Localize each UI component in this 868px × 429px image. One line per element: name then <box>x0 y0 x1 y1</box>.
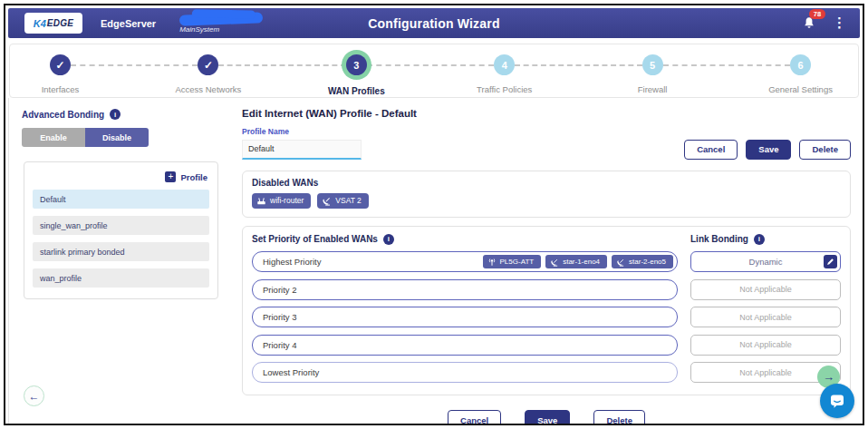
wan-chip[interactable]: star-2-eno5 <box>612 255 673 268</box>
step-general-settings[interactable]: 6 General Settings <box>790 54 811 75</box>
priority-row-label: Priority 2 <box>263 285 296 295</box>
step-interfaces[interactable]: ✓ Interfaces <box>50 54 71 75</box>
info-icon[interactable]: i <box>754 234 765 245</box>
advanced-bonding-label: Advanced Bonding <box>22 110 104 120</box>
edit-bonding-button[interactable] <box>824 255 837 268</box>
link-bonding-value: Dynamic <box>690 251 841 272</box>
disabled-wans-section: Disabled WANs wifi-router VSAT 2 <box>242 171 851 218</box>
step-label: Access Networks <box>175 84 241 94</box>
priority-row-label: Highest Priority <box>263 257 321 267</box>
step-label: Interfaces <box>42 84 80 94</box>
advanced-bonding-toggle: Enable Disable <box>22 128 149 147</box>
step-firewall[interactable]: 5 Firewall <box>642 54 663 75</box>
edit-profile-heading: Edit Internet (WAN) Profile - Default <box>242 108 851 119</box>
profile-item-starlink-primary[interactable]: starlink primary bonded <box>33 242 209 261</box>
disabled-wan-chip[interactable]: wifi-router <box>252 193 311 209</box>
priority-row-highest[interactable]: Highest Priority PL5G-ATT st <box>252 251 678 272</box>
info-icon[interactable]: i <box>383 234 394 245</box>
step-label: General Settings <box>768 84 833 94</box>
set-priority-label: Set Priority of Enabled WANs <box>252 234 378 244</box>
priority-row-label: Priority 3 <box>263 312 296 322</box>
delete-button[interactable]: Delete <box>799 140 851 160</box>
wizard-stepper: ✓ Interfaces ✓ Access Networks 3 WAN Pro… <box>9 44 859 98</box>
priority-row-label: Priority 4 <box>263 340 296 350</box>
disabled-wan-chip[interactable]: VSAT 2 <box>317 193 369 209</box>
save-button[interactable]: Save <box>746 140 791 160</box>
step-number: 3 <box>353 60 359 71</box>
chip-label: wifi-router <box>270 196 304 205</box>
chip-label: VSAT 2 <box>335 196 362 205</box>
save-button-bottom[interactable]: Save <box>525 410 570 425</box>
profile-item-single-wan[interactable]: single_wan_profile <box>33 216 209 235</box>
top-bar: K4 EDGE EdgeServer MainSystem Configurat… <box>8 8 860 38</box>
step-number: 6 <box>797 60 803 71</box>
stepper-connector <box>71 64 198 66</box>
disable-toggle-button[interactable]: Disable <box>85 128 149 147</box>
priority-row-lowest[interactable]: Lowest Priority <box>252 362 678 383</box>
disabled-wans-label: Disabled WANs <box>252 178 318 188</box>
step-traffic-policies[interactable]: 4 Traffic Policies <box>494 54 515 75</box>
chat-icon <box>828 392 846 410</box>
chip-label: star-1-eno4 <box>563 258 600 266</box>
step-label: Traffic Policies <box>477 84 532 94</box>
cellular-icon <box>487 258 497 267</box>
pencil-icon <box>826 258 834 266</box>
app-window: K4 EDGE EdgeServer MainSystem Configurat… <box>0 0 868 429</box>
satellite-icon <box>616 258 625 267</box>
step-wan-profiles[interactable]: 3 WAN Profiles <box>346 54 367 75</box>
profile-name-input[interactable] <box>242 140 362 160</box>
priority-row-label: Lowest Priority <box>263 367 319 377</box>
cancel-button-bottom[interactable]: Cancel <box>448 410 501 425</box>
chip-label: star-2-eno5 <box>629 258 666 266</box>
step-number: 4 <box>502 60 507 71</box>
profiles-sidebar: Advanced Bonding i Enable Disable + Prof… <box>8 98 233 425</box>
priority-row-3[interactable]: Priority 3 <box>252 307 678 327</box>
stepper-connector <box>663 64 790 66</box>
satellite-icon <box>322 196 332 206</box>
plus-icon: + <box>165 171 176 182</box>
back-arrow-icon: ← <box>29 390 40 403</box>
kebab-menu-icon[interactable]: ⋮ <box>833 14 846 32</box>
check-icon: ✓ <box>204 59 213 72</box>
link-bonding-label: Link Bonding <box>690 234 748 244</box>
link-bonding-value: Not Applicable <box>690 335 841 356</box>
step-number: 5 <box>650 60 655 71</box>
profile-list-card: + Profile Default single_wan_profile sta… <box>24 161 218 299</box>
link-bonding-value: Not Applicable <box>690 279 841 300</box>
bonding-mode-text: Dynamic <box>749 257 783 267</box>
chip-label: PL5G-ATT <box>500 258 535 266</box>
profile-item-wan-profile[interactable]: wan_profile <box>33 268 209 288</box>
router-icon <box>256 196 266 206</box>
profile-item-default[interactable]: Default <box>33 190 209 209</box>
link-bonding-value: Not Applicable <box>690 307 841 327</box>
step-access-networks[interactable]: ✓ Access Networks <box>198 54 218 75</box>
check-icon: ✓ <box>55 59 64 72</box>
notifications-button[interactable]: 78 <box>802 15 818 32</box>
step-label: WAN Profiles <box>328 86 385 96</box>
add-profile-button[interactable]: + Profile <box>33 171 207 182</box>
wan-profile-editor: Edit Internet (WAN) Profile - Default Pr… <box>233 98 860 425</box>
window-frame: K4 EDGE EdgeServer MainSystem Configurat… <box>4 4 864 425</box>
notification-badge: 78 <box>809 9 825 19</box>
priority-section: Set Priority of Enabled WANs i Link Bond… <box>242 226 851 396</box>
priority-row-2[interactable]: Priority 2 <box>252 279 678 300</box>
stepper-connector <box>218 64 345 66</box>
next-arrow-icon: → <box>823 370 834 384</box>
step-label: Firewall <box>638 84 668 94</box>
back-button[interactable]: ← <box>24 385 44 406</box>
profile-name-label: Profile Name <box>242 127 362 136</box>
wan-chip[interactable]: PL5G-ATT <box>483 255 542 268</box>
delete-button-bottom[interactable]: Delete <box>593 410 645 425</box>
priority-row-4[interactable]: Priority 4 <box>252 335 678 356</box>
page-title: Configuration Wizard <box>8 16 860 31</box>
enable-toggle-button[interactable]: Enable <box>22 128 85 147</box>
satellite-icon <box>550 258 559 267</box>
stepper-connector <box>367 64 494 66</box>
cancel-button[interactable]: Cancel <box>684 140 738 160</box>
stepper-connector <box>515 64 641 66</box>
add-profile-label: Profile <box>180 172 207 182</box>
wan-chip[interactable]: star-1-eno4 <box>545 255 607 268</box>
info-icon[interactable]: i <box>110 109 121 120</box>
chat-widget-button[interactable] <box>820 384 854 418</box>
